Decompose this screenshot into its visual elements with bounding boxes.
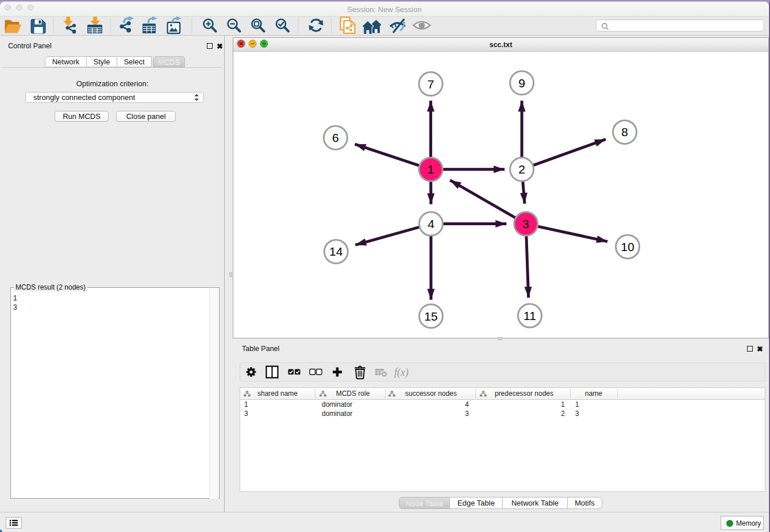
- svg-text:7: 7: [428, 78, 434, 91]
- svg-text:11: 11: [523, 309, 536, 322]
- svg-text:8: 8: [621, 125, 628, 138]
- svg-text:1: 1: [428, 163, 434, 176]
- svg-text:14: 14: [329, 245, 343, 258]
- svg-text:6: 6: [332, 131, 339, 144]
- svg-text:2: 2: [518, 163, 525, 176]
- svg-text:4: 4: [428, 217, 434, 230]
- svg-text:9: 9: [518, 76, 525, 90]
- svg-text:3: 3: [522, 217, 529, 230]
- svg-text:15: 15: [424, 310, 437, 323]
- svg-text:f(x): f(x): [394, 367, 409, 379]
- svg-text:10: 10: [621, 240, 634, 253]
